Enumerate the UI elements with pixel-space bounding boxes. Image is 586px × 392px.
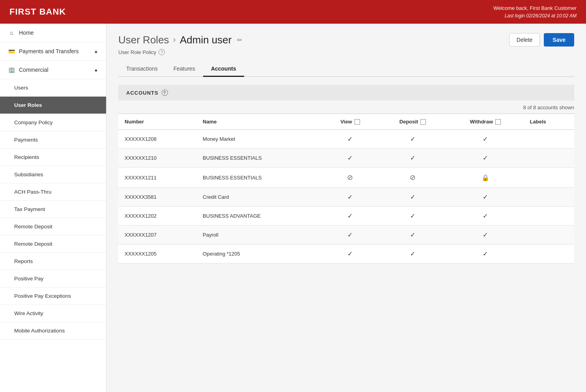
tab-accounts[interactable]: Accounts: [203, 62, 244, 77]
tab-transactions[interactable]: Transactions: [118, 62, 166, 77]
sidebar-item-commercial[interactable]: 🏢 Commercial ▲: [0, 61, 106, 79]
cell-labels[interactable]: [524, 168, 574, 188]
cell-labels[interactable]: [524, 188, 574, 207]
sidebar-item-recipients[interactable]: Recipients: [0, 149, 106, 166]
cell-deposit[interactable]: ⊘: [378, 168, 447, 188]
sidebar-item-reports[interactable]: Reports: [0, 253, 106, 270]
cell-labels[interactable]: [524, 149, 574, 168]
cell-withdraw[interactable]: ✓: [447, 188, 524, 207]
sidebar-item-remote-deposit-2[interactable]: Remote Deposit: [0, 235, 106, 253]
cell-withdraw[interactable]: ✓: [447, 207, 524, 226]
view-select-all-checkbox[interactable]: [355, 119, 360, 125]
check-icon: ✓: [410, 194, 415, 200]
sidebar-item-positive-pay[interactable]: Positive Pay: [0, 270, 106, 287]
cell-deposit[interactable]: ✓: [378, 149, 447, 168]
cell-deposit[interactable]: ✓: [378, 188, 447, 207]
cell-number: XXXXXX1210: [118, 149, 196, 168]
check-icon: ✓: [410, 231, 415, 238]
cell-number: XXXXXX1208: [118, 130, 196, 149]
cell-name: BUSINESS ESSENTIALS: [196, 168, 322, 188]
withdraw-select-all-checkbox[interactable]: [495, 119, 501, 125]
cell-deposit[interactable]: ✓: [378, 226, 447, 245]
col-header-labels: Labels: [524, 114, 574, 130]
cell-name: BUSINESS ESSENTIALS: [196, 149, 322, 168]
cell-withdraw[interactable]: ✓: [447, 130, 524, 149]
cell-number: XXXXXX1207: [118, 226, 196, 245]
sidebar-item-home[interactable]: ⌂ Home: [0, 24, 106, 42]
sidebar-item-remote-deposit-1[interactable]: Remote Deposit: [0, 218, 106, 235]
sidebar-reports-label: Reports: [14, 258, 33, 264]
check-icon: ✓: [483, 213, 488, 219]
cell-labels[interactable]: [524, 130, 574, 149]
delete-button[interactable]: Delete: [509, 33, 540, 47]
check-icon: ✓: [483, 136, 488, 142]
sidebar-item-mobile-authorizations[interactable]: Mobile Authorizations: [0, 322, 106, 340]
cell-view[interactable]: ✓: [322, 226, 378, 245]
cell-number: XXXXXX1205: [118, 245, 196, 263]
deposit-select-all-checkbox[interactable]: [420, 119, 426, 125]
cell-view[interactable]: ✓: [322, 149, 378, 168]
lock-icon: 🔒: [481, 174, 489, 181]
sidebar-positive-pay-exceptions-label: Positive Pay Exceptions: [14, 293, 71, 299]
sidebar-user-roles-label: User Roles: [14, 102, 42, 108]
sidebar-item-subsidiaries[interactable]: Subsidiaries: [0, 166, 106, 183]
sidebar-item-user-roles[interactable]: User Roles: [0, 97, 106, 114]
check-icon: ✓: [483, 155, 488, 161]
cell-deposit[interactable]: ✓: [378, 207, 447, 226]
sidebar-item-payments[interactable]: Payments: [0, 131, 106, 149]
accounts-info-icon[interactable]: ?: [162, 90, 168, 96]
check-icon: ✓: [483, 250, 488, 257]
breadcrumb-current: Admin user: [180, 34, 232, 46]
check-icon: ✓: [410, 136, 415, 142]
sidebar-item-users[interactable]: Users: [0, 79, 106, 97]
check-icon: ✓: [347, 213, 353, 219]
cell-deposit[interactable]: ✓: [378, 245, 447, 263]
table-row: XXXXXX1202 BUSINESS ADVANTAGE ✓ ✓ ✓: [118, 207, 574, 226]
sidebar-item-payments-transfers[interactable]: 💳 Payments and Transfers ▲: [0, 42, 106, 61]
cell-view[interactable]: ✓: [322, 130, 378, 149]
sidebar-wire-activity-label: Wire Activity: [14, 310, 43, 316]
save-button[interactable]: Save: [544, 33, 574, 47]
cell-number: XXXXXX1202: [118, 207, 196, 226]
sidebar-positive-pay-label: Positive Pay: [14, 276, 43, 282]
cell-withdraw[interactable]: ✓: [447, 245, 524, 263]
cell-deposit[interactable]: ✓: [378, 130, 447, 149]
cell-withdraw[interactable]: ✓: [447, 226, 524, 245]
cell-number: XXXXXX3581: [118, 188, 196, 207]
page-actions: Delete Save: [509, 33, 574, 47]
sidebar-item-company-policy[interactable]: Company Policy: [0, 114, 106, 131]
check-icon: ✓: [347, 155, 353, 161]
sidebar-item-positive-pay-exceptions[interactable]: Positive Pay Exceptions: [0, 287, 106, 305]
edit-icon[interactable]: ✏: [237, 36, 242, 44]
cell-labels[interactable]: [524, 226, 574, 245]
tab-features[interactable]: Features: [166, 62, 203, 77]
cell-withdraw[interactable]: ✓: [447, 149, 524, 168]
check-icon: ✓: [347, 231, 353, 238]
info-icon[interactable]: ?: [159, 49, 165, 55]
accounts-heading: ACCOUNTS: [126, 90, 159, 96]
sidebar-tax-payment-label: Tax Payment: [14, 206, 45, 212]
policy-link[interactable]: User Role Policy ?: [118, 49, 574, 55]
policy-label: User Role Policy: [118, 49, 156, 55]
sidebar-item-ach-pass-thru[interactable]: ACH Pass-Thru: [0, 183, 106, 201]
cell-name: BUSINESS ADVANTAGE: [196, 207, 322, 226]
check-icon: ✓: [483, 231, 488, 238]
cell-view[interactable]: ⊘: [322, 168, 378, 188]
breadcrumb-parent[interactable]: User Roles: [118, 34, 169, 46]
sidebar: ⌂ Home 💳 Payments and Transfers ▲ 🏢 Comm…: [0, 24, 106, 392]
app-body: ⌂ Home 💳 Payments and Transfers ▲ 🏢 Comm…: [0, 24, 586, 392]
cell-labels[interactable]: [524, 245, 574, 263]
cell-withdraw[interactable]: 🔒: [447, 168, 524, 188]
table-row: XXXXXX1211 BUSINESS ESSENTIALS ⊘ ⊘ 🔒: [118, 168, 574, 188]
col-header-number: Number: [118, 114, 196, 130]
sidebar-mobile-auth-label: Mobile Authorizations: [14, 328, 65, 334]
cell-labels[interactable]: [524, 207, 574, 226]
cell-view[interactable]: ✓: [322, 207, 378, 226]
sidebar-remote-deposit-2-label: Remote Deposit: [14, 241, 52, 247]
sidebar-item-tax-payment[interactable]: Tax Payment: [0, 201, 106, 218]
sidebar-item-wire-activity[interactable]: Wire Activity: [0, 305, 106, 322]
cell-view[interactable]: ✓: [322, 188, 378, 207]
cell-view[interactable]: ✓: [322, 245, 378, 263]
table-row: XXXXXX1207 Payroll ✓ ✓ ✓: [118, 226, 574, 245]
accounts-count: 8 of 8 accounts shown: [118, 105, 574, 110]
